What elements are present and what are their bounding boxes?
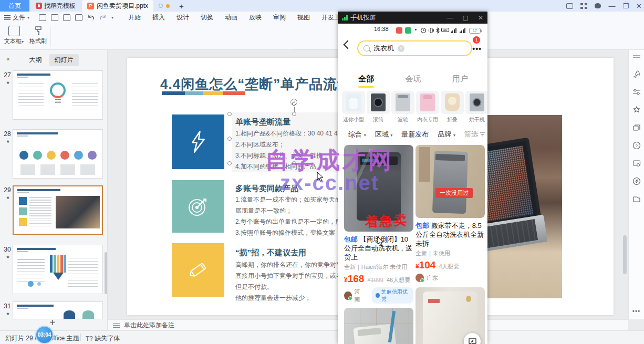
phone-window-titlebar[interactable]: 手机投屏 — ▢ ✕ [338, 12, 487, 24]
help-icon[interactable]: ? [632, 141, 641, 150]
menu-insert[interactable]: 插入 [152, 13, 165, 22]
product1-seller-row[interactable]: 河南 芝麻信用优秀 [344, 287, 413, 304]
slide-title[interactable]: 4.4闲鱼怎么“垄断”单产品流量 [160, 75, 351, 93]
slide-thumbnail-29-selected[interactable] [13, 185, 103, 235]
filter-filter[interactable]: 筛选 [464, 130, 485, 139]
more-commands-icon[interactable]: ▾ [111, 15, 113, 20]
layout-view-icon[interactable] [566, 3, 573, 9]
screen-record-timer[interactable]: 03:04 [35, 326, 54, 344]
window-controls: — ❐ ✕ [566, 0, 642, 12]
selection-handle-tl[interactable] [227, 112, 232, 116]
star-effects-icon[interactable] [632, 106, 641, 114]
menu-design[interactable]: 设计 [176, 13, 189, 22]
product3-image[interactable] [344, 308, 413, 344]
filter-brand[interactable]: 品牌 ▾ [438, 130, 455, 139]
product2-title[interactable]: 包邮 搬家带不走，8.5公斤全自动洗衣机全新未拆 [416, 221, 485, 248]
redo-icon[interactable] [99, 14, 107, 21]
slide-thumbnail-31[interactable] [13, 301, 103, 319]
filter-comprehensive[interactable]: 综合 ▾ [348, 130, 366, 139]
block2-square[interactable] [172, 180, 224, 233]
menu-transition[interactable]: 切换 [201, 13, 213, 22]
close-button[interactable]: ✕ [636, 3, 642, 9]
adjust-sliders-icon[interactable] [632, 88, 641, 96]
slide-thumbnail-30[interactable] [13, 245, 103, 294]
restore-button[interactable]: ❐ [622, 3, 629, 9]
block2-heading[interactable]: 多账号卖同款产品 [235, 184, 298, 194]
apps-grid-icon[interactable] [580, 3, 587, 9]
phone-close-button[interactable]: ✕ [478, 14, 483, 22]
minimize-button[interactable]: — [608, 3, 615, 9]
panel-grip-icon[interactable] [633, 55, 640, 58]
new-tab-button[interactable]: + [179, 2, 184, 11]
block3-heading[interactable]: “损”招，不建议去用 [235, 248, 306, 258]
selection-handle-ml[interactable] [227, 137, 232, 141]
export-icon[interactable] [51, 14, 58, 21]
flash-circle-icon[interactable] [632, 177, 641, 185]
product1-image[interactable]: 着急卖 [344, 145, 413, 232]
preview-icon[interactable] [75, 14, 82, 21]
add-slide-button[interactable]: + [49, 317, 56, 329]
tab-docer[interactable]: 找稻壳模板 [29, 0, 82, 12]
vibrate-icon [428, 27, 434, 34]
layers-icon[interactable] [632, 123, 641, 132]
undo-icon[interactable] [87, 14, 95, 21]
resource-box-icon[interactable] [632, 195, 641, 203]
selection-handle-bl[interactable] [227, 161, 232, 165]
menu-start[interactable]: 开始 [128, 13, 141, 22]
filter-region[interactable]: 区域 ▾ [375, 130, 393, 139]
filter-newest[interactable]: 最新发布 [401, 130, 429, 139]
file-menu[interactable]: 文件 ▾ [0, 13, 34, 22]
textbox-button[interactable]: 文本框▾ [4, 26, 24, 45]
tab-home[interactable]: 首页 [0, 0, 29, 12]
more-options-icon[interactable]: ••• [472, 45, 482, 53]
rocket-icon[interactable] [632, 70, 641, 78]
search-input[interactable]: 洗衣机 × [357, 40, 472, 56]
block3-square[interactable] [172, 243, 224, 297]
slide-thumbnail-28[interactable] [13, 129, 103, 179]
slide-thumbnail-27[interactable] [13, 70, 103, 120]
tab-all[interactable]: 全部 [358, 74, 374, 84]
menu-review[interactable]: 审阅 [273, 13, 286, 22]
product2-seller-row[interactable]: 广东 [416, 274, 485, 282]
tab-document[interactable]: P 闲鱼卖货项目.pptx [82, 0, 153, 12]
category-folding[interactable]: 折叠 [441, 91, 464, 123]
rotate-handle[interactable] [290, 99, 297, 106]
quick-access-toolbar: ▾ [39, 14, 113, 21]
category-dryer[interactable]: 烘干机 [465, 91, 487, 123]
phone-maximize-button[interactable]: ▢ [463, 14, 469, 22]
category-pulsator[interactable]: 波轮 [391, 91, 414, 123]
block1-heading[interactable]: 单账号垄断流量 [235, 117, 290, 127]
menu-slideshow[interactable]: 放映 [249, 13, 262, 22]
category-drum[interactable]: 滚筒 [367, 91, 390, 123]
notes-placeholder: 单击此处添加备注 [124, 321, 174, 330]
phone-mirror-window[interactable]: 手机投屏 — ▢ ✕ 16:38 HD 17 洗衣机 × 1 [338, 12, 487, 344]
format-painter-button[interactable]: 格式刷 [29, 26, 47, 45]
missing-font-warning[interactable]: T? 缺失字体 [86, 334, 120, 343]
block3-line: 但是不付款。 [235, 283, 273, 291]
selection-handle-tc[interactable] [292, 112, 296, 116]
sidebar-scrollbar[interactable] [105, 252, 107, 294]
product2-meta: 全新｜未使用 [416, 249, 485, 257]
lightning-icon [188, 130, 208, 153]
save-icon[interactable] [39, 14, 46, 21]
category-mini[interactable]: 迷你小型 [342, 91, 365, 123]
clear-search-icon[interactable]: × [398, 45, 404, 52]
print-icon[interactable] [63, 14, 70, 21]
tab-huiwan[interactable]: 会玩 [406, 74, 421, 84]
tab-slides[interactable]: 幻灯片 [49, 54, 79, 66]
assistant-mascot-icon[interactable] [595, 3, 601, 8]
tab-outline[interactable]: 大纲 [29, 56, 42, 65]
phone-minimize-button[interactable]: — [447, 14, 453, 22]
tab-users[interactable]: 用户 [452, 74, 468, 84]
block1-square[interactable] [172, 114, 224, 169]
canvas-scrollbar[interactable] [623, 235, 627, 274]
selection-handle-bc[interactable] [292, 161, 296, 165]
category-underwear[interactable]: 内衣专用 [416, 91, 439, 123]
menu-animation[interactable]: 动画 [225, 13, 237, 22]
product2-image[interactable]: 一次没用过 [416, 145, 485, 218]
back-chevron-icon[interactable] [344, 40, 352, 49]
menu-view[interactable]: 视图 [297, 13, 310, 22]
zhima-credit-badge: 芝麻信用优秀 [372, 287, 413, 304]
card-settings-icon[interactable] [632, 159, 641, 168]
panel-more-icon[interactable]: ••• [632, 308, 641, 315]
